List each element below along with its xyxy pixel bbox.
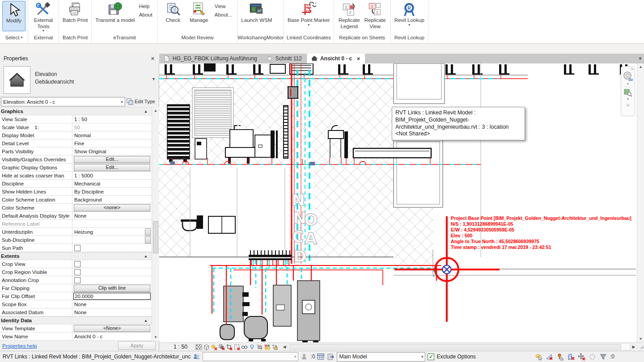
properties-help-link[interactable]: Properties help xyxy=(2,343,118,349)
worksets-icon[interactable] xyxy=(193,353,200,361)
view-tab-ansicht-0-c[interactable]: Ansicht 0 - c✕ xyxy=(307,54,365,63)
chevron-down-icon[interactable]: ▼ xyxy=(627,97,630,101)
property-value[interactable] xyxy=(72,244,152,252)
property-value[interactable]: None xyxy=(72,212,152,219)
apply-button[interactable]: Apply xyxy=(118,341,156,350)
design-options-icon[interactable] xyxy=(327,353,335,361)
ribbon-button-external-tools[interactable]: ExternalTools▾ xyxy=(30,1,56,32)
property-checkbox[interactable] xyxy=(74,277,80,283)
scroll-down-icon[interactable]: ▼ xyxy=(637,336,644,342)
view-tab-schnitt-112[interactable]: Schnitt 112 xyxy=(262,54,307,63)
ribbon-button-help[interactable]: Help xyxy=(139,4,150,9)
property-value[interactable]: Background xyxy=(72,196,152,203)
property-value[interactable]: Clip with line xyxy=(72,284,152,292)
navbar-close-icon[interactable]: ⊗ xyxy=(631,67,634,71)
close-tab-icon[interactable]: ✕ xyxy=(356,56,360,61)
ribbon-button-view[interactable]: View xyxy=(215,4,226,9)
properties-close-icon[interactable]: ✕ xyxy=(151,56,159,62)
property-value[interactable]: Edit... xyxy=(72,156,152,163)
property-checkbox[interactable] xyxy=(74,269,80,275)
drawing-canvas[interactable]: N N O C A D xyxy=(159,63,637,342)
worksharing-display-icon[interactable] xyxy=(256,343,263,350)
section-header-graphics[interactable]: Graphics▲ xyxy=(0,107,152,115)
property-value[interactable]: Mechanical xyxy=(72,180,152,187)
property-value[interactable]: 20.0000 xyxy=(72,292,152,300)
property-checkbox[interactable] xyxy=(74,261,80,267)
property-button[interactable]: Clip with line xyxy=(74,285,150,292)
more-button[interactable] xyxy=(145,228,151,236)
ribbon-button-base-point-marker[interactable]: N/SE/WElevBase Point Marker▾ xyxy=(286,1,331,26)
select-underlay-icon[interactable] xyxy=(546,353,553,361)
chevron-down-icon[interactable]: ▼ xyxy=(627,82,630,86)
property-value[interactable]: 50 xyxy=(72,123,152,131)
collapse-section-icon[interactable]: ▲ xyxy=(144,254,148,258)
ribbon-button-modify[interactable]: Modify xyxy=(2,1,25,31)
ribbon-button-check[interactable]: Check xyxy=(160,1,186,24)
property-value[interactable]: <none> xyxy=(72,204,152,211)
ribbon-button-manage[interactable]: Manage xyxy=(186,1,212,24)
ribbon-button-launch-wsm[interactable]: Launch WSM xyxy=(240,1,273,24)
view-scale-control[interactable]: 1 : 50 xyxy=(174,344,195,350)
property-value[interactable]: Edit... xyxy=(72,164,152,171)
property-value[interactable]: Show Original xyxy=(72,147,152,155)
temporary-hide-icon[interactable] xyxy=(241,343,248,350)
property-value[interactable] xyxy=(72,236,152,244)
temporary-view-properties-icon[interactable] xyxy=(263,343,271,350)
drag-on-selection-icon[interactable] xyxy=(578,353,585,361)
reveal-hidden-icon[interactable] xyxy=(248,343,256,350)
select-by-face-icon[interactable] xyxy=(567,353,575,361)
editing-requests-icon[interactable] xyxy=(301,353,308,361)
property-value[interactable]: None xyxy=(72,308,152,316)
crop-region-icon[interactable] xyxy=(233,343,241,350)
design-option-combo[interactable]: Main Model ▾ xyxy=(337,352,425,362)
property-button[interactable]: Edit... xyxy=(74,164,150,171)
horizontal-scrollbar[interactable] xyxy=(288,343,630,350)
steering-wheel-2d-icon[interactable]: 2D xyxy=(623,71,633,82)
ribbon-button-replicate-view[interactable]: 11ReplicateView xyxy=(362,1,388,29)
shadows-icon[interactable] xyxy=(218,343,225,350)
edit-type-button[interactable]: Edit Type xyxy=(127,97,158,106)
view-tab-hg-eg-fbok-lüftung-ausführung[interactable]: HG_EG_FBOK Lüftung Ausführung xyxy=(159,54,262,63)
property-button[interactable]: <None> xyxy=(74,325,150,332)
more-button[interactable] xyxy=(145,236,151,244)
instance-selector[interactable]: Elevation: Ansicht 0 - c ▾ xyxy=(1,97,125,106)
property-value[interactable]: Normal xyxy=(72,131,152,139)
property-value[interactable]: By Discipline xyxy=(72,188,152,195)
hscroll-thumb[interactable] xyxy=(289,344,621,349)
exclude-options-checkbox[interactable]: ✓ xyxy=(428,354,434,360)
property-value[interactable]: 1 : 5000 xyxy=(72,172,152,179)
property-value[interactable]: Ansicht 0 - c xyxy=(72,333,152,340)
collapse-section-icon[interactable]: ▲ xyxy=(144,319,148,323)
vertical-scrollbar[interactable]: ▲ ▼ xyxy=(637,63,644,342)
property-input[interactable]: 20.0000 xyxy=(73,293,151,300)
hscroll-left-icon[interactable]: ◀ xyxy=(281,345,288,349)
background-processes-icon[interactable] xyxy=(589,353,596,361)
tab-list-dropdown-icon[interactable]: ▼ xyxy=(638,54,642,63)
collapse-section-icon[interactable]: ▲ xyxy=(144,109,148,114)
property-value[interactable] xyxy=(72,276,152,284)
select-links-icon[interactable] xyxy=(535,353,542,361)
type-selector[interactable]: Elevation Gebäudeansicht ▼ xyxy=(0,65,159,95)
select-pinned-icon[interactable] xyxy=(556,353,564,361)
scroll-thumb[interactable] xyxy=(153,221,158,253)
active-workset-combo[interactable]: ▾ xyxy=(203,352,298,361)
navbar-collapse-icon[interactable]: ⊖ xyxy=(626,103,630,107)
property-value[interactable]: None xyxy=(72,300,152,308)
zoom-region-icon[interactable] xyxy=(623,88,632,97)
ribbon-button-about[interactable]: About... xyxy=(215,12,233,17)
worksets-dialog-icon[interactable] xyxy=(317,353,325,361)
ribbon-button-about[interactable]: About xyxy=(139,12,153,17)
property-value[interactable]: <None> xyxy=(72,324,152,332)
scroll-up-icon[interactable]: ▲ xyxy=(152,107,159,114)
section-header-extents[interactable]: Extents▲ xyxy=(0,252,152,260)
property-value[interactable]: Heizung xyxy=(72,228,152,236)
reveal-constraints-icon[interactable] xyxy=(271,343,279,350)
scroll-up-icon[interactable]: ▲ xyxy=(637,63,644,70)
property-button[interactable]: Edit... xyxy=(74,156,150,163)
property-value[interactable] xyxy=(72,260,152,268)
ribbon-button-replicate-legend[interactable]: 12ReplicateLegend xyxy=(336,1,362,29)
ribbon-button-batch-print[interactable]: Batch Print xyxy=(61,1,89,24)
visual-style-icon[interactable] xyxy=(203,343,210,350)
scroll-down-icon[interactable]: ▼ xyxy=(152,334,159,341)
sun-path-icon[interactable] xyxy=(210,343,218,350)
